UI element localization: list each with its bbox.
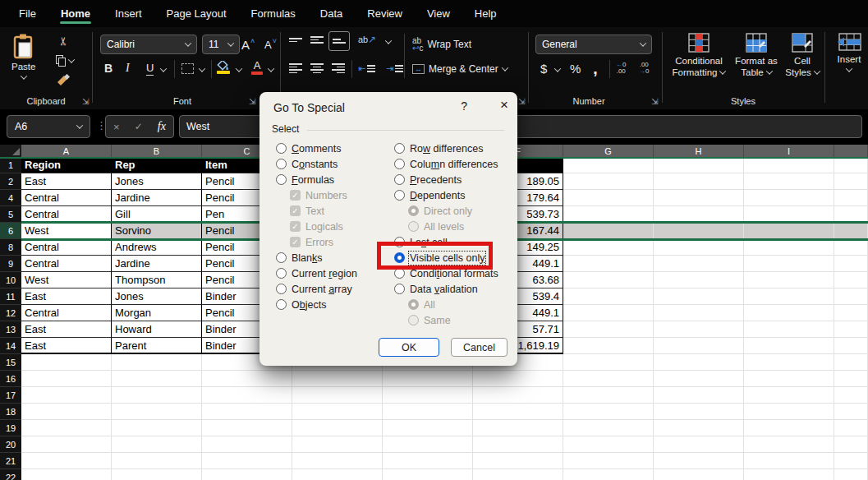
cell-A10[interactable]: West (21, 272, 112, 288)
cell-I2[interactable] (744, 173, 834, 190)
cell-A4[interactable]: Central (21, 190, 112, 206)
cell-B5[interactable]: Gill (112, 206, 202, 223)
cell-G14[interactable] (563, 338, 654, 354)
cell-E16[interactable] (383, 371, 473, 387)
name-box[interactable]: A6 (7, 115, 90, 138)
row-header-21[interactable]: 21 (0, 453, 21, 469)
cell-E20[interactable] (383, 436, 473, 453)
row-header-8[interactable]: 8 (0, 239, 21, 256)
cell-G17[interactable] (563, 387, 654, 404)
fill-color-button[interactable] (217, 61, 232, 74)
cell-A2[interactable]: East (21, 173, 112, 190)
option-column-differences[interactable]: Column differences (394, 156, 498, 172)
cell-G2[interactable] (563, 173, 654, 190)
cell-H8[interactable] (654, 239, 744, 256)
cell-H4[interactable] (654, 190, 744, 206)
cell-I5[interactable] (744, 206, 834, 223)
row-header-13[interactable]: 13 (0, 321, 21, 338)
column-header-B[interactable]: B (112, 145, 202, 157)
row-header-4[interactable]: 4 (0, 190, 21, 206)
cell-B1[interactable]: Rep (112, 157, 202, 173)
cell-D19[interactable] (292, 420, 383, 436)
number-format-combo[interactable]: General (535, 35, 652, 54)
radio-unselected-icon[interactable] (276, 252, 287, 263)
menu-tab-view[interactable]: View (416, 2, 461, 26)
cell-F16[interactable] (473, 371, 563, 387)
cell-A1[interactable]: Region (21, 157, 112, 173)
cell-X5[interactable] (834, 206, 868, 223)
row-header-14[interactable]: 14 (0, 338, 21, 354)
cell-A17[interactable] (21, 387, 112, 404)
cell-G11[interactable] (563, 288, 654, 305)
ok-button[interactable]: OK (379, 338, 439, 357)
row-header-18[interactable]: 18 (0, 404, 21, 420)
increase-decimal-button[interactable]: ←0.00 (616, 62, 626, 75)
cancel-button[interactable]: Cancel (451, 338, 507, 357)
cell-X10[interactable] (834, 272, 868, 288)
copy-button[interactable] (51, 53, 79, 68)
cell-F21[interactable] (473, 453, 563, 469)
cell-A8[interactable]: Central (21, 239, 112, 256)
cell-H1[interactable] (654, 157, 744, 173)
font-color-button[interactable]: A (251, 60, 263, 75)
accounting-chevron-icon[interactable] (554, 65, 561, 72)
row-header-17[interactable]: 17 (0, 387, 21, 404)
font-size-chevron-icon[interactable] (227, 39, 234, 46)
cell-D16[interactable] (292, 371, 383, 387)
cell-H18[interactable] (654, 404, 744, 420)
cell-H13[interactable] (654, 321, 744, 338)
option-data-validation[interactable]: Data validation (394, 281, 498, 297)
cell-D17[interactable] (292, 387, 383, 404)
cell-A22[interactable] (21, 469, 112, 480)
radio-unselected-icon[interactable] (394, 284, 405, 294)
cell-A21[interactable] (21, 453, 112, 469)
copy-chevron-icon[interactable] (68, 56, 75, 62)
font-dialog-launcher[interactable]: ⇲ (249, 97, 255, 106)
cell-G22[interactable] (563, 469, 654, 480)
row-header-19[interactable]: 19 (0, 420, 21, 436)
cell-H22[interactable] (654, 469, 744, 480)
shrink-font-button[interactable]: A˅ (264, 35, 277, 54)
cell-A19[interactable] (21, 420, 112, 436)
cell-A5[interactable]: Central (21, 206, 112, 223)
underline-chevron-icon[interactable] (160, 65, 167, 72)
cell-B12[interactable]: Morgan (112, 305, 202, 321)
cell-G19[interactable] (563, 420, 654, 436)
cell-X12[interactable] (834, 305, 868, 321)
radio-unselected-icon[interactable] (276, 268, 287, 279)
row-header-11[interactable]: 11 (0, 288, 21, 305)
accounting-format-button[interactable]: $ (540, 62, 547, 76)
format-painter-button[interactable] (54, 73, 72, 88)
cell-G8[interactable] (563, 239, 654, 256)
cell-I16[interactable] (744, 371, 834, 387)
cell-X8[interactable] (834, 239, 868, 256)
radio-unselected-icon[interactable] (276, 284, 287, 294)
cell-F19[interactable] (473, 420, 563, 436)
cell-E22[interactable] (383, 469, 473, 480)
menu-tab-insert[interactable]: Insert (104, 2, 153, 26)
cell-G13[interactable] (563, 321, 654, 338)
cell-I6[interactable] (744, 223, 834, 239)
cell-D21[interactable] (292, 453, 383, 469)
radio-unselected-icon[interactable] (276, 174, 287, 185)
menu-tab-file[interactable]: File (8, 2, 47, 26)
menu-tab-page-layout[interactable]: Page Layout (156, 2, 237, 26)
cell-C21[interactable] (202, 453, 292, 469)
cell-G12[interactable] (563, 305, 654, 321)
bold-button[interactable]: B (104, 62, 113, 75)
cell-X18[interactable] (834, 404, 868, 420)
dialog-close-icon[interactable]: × (500, 97, 508, 113)
cell-X22[interactable] (834, 469, 868, 480)
cell-I18[interactable] (744, 404, 834, 420)
borders-icon[interactable] (181, 63, 194, 74)
menu-tab-data[interactable]: Data (310, 2, 353, 26)
cell-H19[interactable] (654, 420, 744, 436)
row-header-6[interactable]: 6 (0, 223, 21, 239)
conditional-formatting-button[interactable]: Conditional Formatting (672, 33, 726, 78)
number-dialog-launcher[interactable]: ⇲ (651, 97, 658, 106)
radio-unselected-icon[interactable] (276, 143, 287, 154)
cell-G21[interactable] (563, 453, 654, 469)
cell-C20[interactable] (202, 436, 292, 453)
row-header-16[interactable]: 16 (0, 371, 21, 387)
column-header-A[interactable]: A (21, 145, 112, 157)
